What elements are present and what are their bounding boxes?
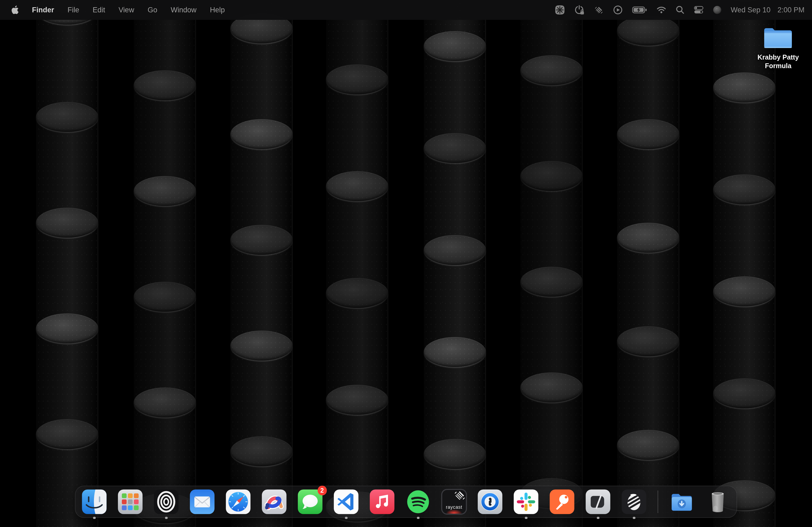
dock-item-messages[interactable]: 2 — [297, 488, 323, 515]
wallpaper-cylinder-cap — [713, 378, 775, 408]
dock-item-mail[interactable] — [189, 488, 216, 515]
wallpaper-cylinder-cap — [134, 388, 196, 418]
dock-item-safari[interactable] — [225, 488, 251, 515]
vscode-icon — [333, 488, 360, 515]
menubar-date: Wed Sep 10 — [731, 6, 770, 14]
menubar-time: 2:00 PM — [777, 6, 804, 14]
dock-item-striped-sphere-app[interactable] — [621, 488, 648, 515]
dock-item-finder[interactable] — [81, 488, 108, 515]
menu-bar-left: Finder File Edit View Go Window Help — [0, 0, 231, 20]
slack-icon — [512, 488, 539, 515]
wallpaper-cylinder-cap — [36, 208, 98, 238]
dock-item-postman[interactable] — [549, 488, 576, 515]
dock-item-spotify[interactable] — [405, 488, 432, 515]
wallpaper-cylinder-cap — [230, 436, 293, 466]
wallpaper-cylinder-cap — [326, 278, 388, 308]
raycast-menubar-icon[interactable] — [590, 0, 608, 20]
wallpaper-cylinder-cap — [713, 276, 775, 306]
wallpaper-cylinder-cap — [520, 161, 583, 191]
siri-orb-icon[interactable] — [708, 0, 726, 20]
menu-item-view[interactable]: View — [112, 0, 141, 20]
wallpaper-cylinder-cap — [36, 419, 98, 449]
running-indicator — [345, 516, 347, 519]
wallpaper-cylinder-cap — [617, 16, 679, 46]
wallpaper-cylinder-cap — [713, 73, 775, 103]
dock-item-concentric-circles-app[interactable] — [153, 488, 180, 515]
folder-icon — [753, 26, 803, 50]
wallpaper-cylinder-cap — [617, 430, 679, 460]
screen-lock-icon[interactable] — [569, 0, 590, 20]
wallpaper-cylinder-cap — [326, 171, 388, 201]
wallpaper-cylinder-cap — [230, 119, 293, 149]
apple-menu-icon[interactable] — [0, 0, 25, 20]
wallpaper-cylinder-column — [617, 0, 679, 527]
wallpaper-cylinder-cap — [326, 385, 388, 415]
wallpaper-cylinder-cap — [134, 176, 196, 206]
wifi-icon[interactable] — [652, 0, 671, 20]
trash-icon — [704, 488, 731, 515]
dock-item-launchpad[interactable] — [117, 488, 144, 515]
menu-item-window[interactable]: Window — [164, 0, 203, 20]
wallpaper-cylinder-cap — [424, 235, 486, 265]
menu-item-file[interactable]: File — [61, 0, 86, 20]
wallpaper-cylinder-column — [520, 0, 583, 527]
menu-item-edit[interactable]: Edit — [86, 0, 112, 20]
wallpaper-cylinder-cap — [520, 373, 583, 403]
dock-divider — [657, 491, 658, 513]
desktop-folder-krabby-patty[interactable]: Krabby Patty Formula — [753, 26, 803, 70]
notification-badge: 2 — [317, 486, 327, 495]
menu-item-go[interactable]: Go — [141, 0, 164, 20]
menu-bar-status-area: Wed Sep 10 2:00 PM — [550, 0, 812, 20]
music-icon — [369, 488, 395, 515]
running-indicator — [597, 516, 599, 519]
wallpaper-cylinder-column — [36, 0, 98, 527]
wallpaper-cylinder-column — [230, 0, 293, 527]
dock-item-vscode[interactable] — [333, 488, 360, 515]
launchpad-icon — [117, 488, 144, 515]
burst-icon[interactable] — [550, 0, 569, 20]
running-indicator — [525, 516, 527, 519]
safari-icon — [225, 488, 251, 515]
wallpaper-cylinder-cap — [424, 337, 486, 367]
dock-item-trash[interactable] — [704, 488, 731, 515]
raycast-diamond-logo — [454, 490, 465, 501]
raycast-red-glow — [446, 509, 462, 515]
wallpaper-cylinder-cap — [713, 175, 775, 205]
menubar-clock[interactable]: Wed Sep 10 2:00 PM — [731, 6, 804, 14]
dock-item-slack[interactable] — [512, 488, 539, 515]
raycast-label: raycast — [442, 505, 466, 510]
battery-charging-icon[interactable] — [627, 0, 652, 20]
wallpaper-cylinder-cap — [617, 223, 679, 253]
dock-item-1password[interactable] — [477, 488, 504, 515]
menu-bar: Finder File Edit View Go Window Help — [0, 0, 812, 20]
d-logo-app-icon — [584, 488, 611, 515]
mail-icon — [189, 488, 216, 515]
dock-item-downloads-folder[interactable] — [668, 488, 695, 515]
menu-item-help[interactable]: Help — [203, 0, 232, 20]
spotlight-icon[interactable] — [671, 0, 689, 20]
wallpaper-cylinder-cap — [520, 267, 583, 297]
dock-item-raycast[interactable]: raycast — [441, 488, 467, 515]
wallpaper-cylinder-cap — [424, 133, 486, 163]
running-indicator — [417, 516, 419, 519]
wallpaper-cylinder-cap — [230, 331, 293, 361]
wallpaper-cylinder-cap — [36, 313, 98, 344]
menu-item-finder[interactable]: Finder — [25, 0, 61, 20]
dock-item-arc-browser[interactable] — [261, 488, 288, 515]
folder-label: Krabby Patty Formula — [753, 54, 803, 70]
postman-icon — [549, 488, 576, 515]
wallpaper-cylinder-cap — [326, 64, 388, 94]
downloads-folder-icon — [668, 488, 695, 515]
running-indicator — [93, 516, 96, 519]
wallpaper-cylinder-column — [134, 0, 196, 527]
1password-icon — [477, 488, 504, 515]
wallpaper-cylinder-cap — [520, 55, 583, 85]
finder-icon — [81, 488, 108, 515]
control-center-icon[interactable] — [689, 0, 708, 20]
dock-item-music[interactable] — [369, 488, 395, 515]
dock-item-d-logo-app[interactable] — [584, 488, 611, 515]
wallpaper-cylinder-cap — [134, 282, 196, 312]
wallpaper-cylinder-cap — [36, 102, 98, 132]
running-indicator — [633, 516, 635, 519]
now-playing-icon[interactable] — [608, 0, 627, 20]
